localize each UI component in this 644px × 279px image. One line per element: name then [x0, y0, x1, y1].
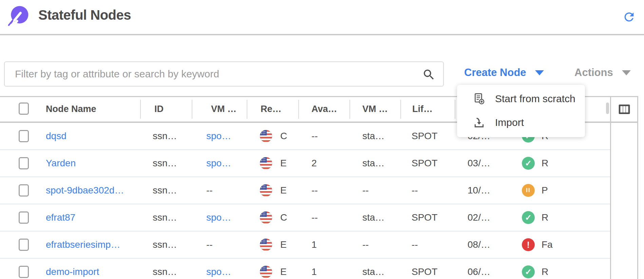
column-picker-button[interactable] — [611, 97, 637, 122]
region-label: E — [280, 266, 287, 277]
us-flag-icon — [260, 157, 272, 169]
lifecycle-label: -- — [412, 239, 418, 250]
column-header-availability[interactable]: Ava… — [311, 104, 337, 114]
table-row: efratbseriesimp… ssn… -- E 1 -- -- 08/… … — [0, 231, 610, 259]
vm-size: sta… — [362, 266, 384, 277]
availability-zone: 1 — [311, 239, 317, 250]
lifecycle-label: SPOT — [412, 131, 437, 142]
region-label: C — [280, 131, 287, 142]
status-label: R — [542, 212, 548, 223]
vm-link[interactable]: spo… — [206, 266, 231, 277]
row-checkbox[interactable] — [19, 184, 29, 197]
status-icon: II — [522, 184, 535, 197]
column-header-id[interactable]: ID — [154, 104, 164, 114]
spot-logo-icon — [7, 5, 29, 26]
column-header-vm2[interactable]: VM … — [362, 104, 388, 114]
columns-icon — [617, 102, 631, 116]
column-divider — [247, 100, 247, 119]
status-icon: ✓ — [522, 265, 535, 278]
create-node-menu: Start from scratch Import — [457, 85, 585, 137]
refresh-button[interactable] — [622, 10, 636, 24]
import-icon — [473, 116, 486, 129]
vm-link[interactable]: spo… — [206, 158, 231, 169]
column-divider — [140, 100, 141, 119]
created-date: 03/… — [468, 158, 490, 169]
region-label: E — [280, 239, 287, 250]
node-id: ssn… — [153, 239, 177, 250]
column-divider — [455, 100, 455, 119]
us-flag-icon — [260, 130, 272, 142]
status-label: R — [542, 266, 548, 277]
column-header-vm[interactable]: VM … — [211, 104, 236, 114]
availability-zone: -- — [311, 185, 318, 196]
table-body: dqsd ssn… spo… C -- sta… SPOT 02/… ✓ R Y… — [0, 123, 610, 279]
select-all-checkbox[interactable] — [19, 103, 29, 115]
table-row: demo-import ssn… spo… E 1 sta… SPOT 06/…… — [0, 259, 610, 279]
chevron-down-icon — [622, 70, 631, 75]
menu-item-import[interactable]: Import — [457, 111, 585, 134]
availability-zone: -- — [311, 131, 318, 142]
node-name-link[interactable]: dqsd — [46, 131, 67, 142]
scrollbar-thumb[interactable] — [606, 103, 609, 114]
lifecycle-label: SPOT — [412, 266, 437, 277]
row-checkbox[interactable] — [19, 157, 29, 169]
row-checkbox[interactable] — [19, 266, 29, 278]
chevron-down-icon — [535, 70, 544, 75]
vm-size: sta… — [362, 212, 384, 223]
header-divider — [0, 34, 644, 35]
created-date: 08/… — [468, 239, 490, 250]
filter-input[interactable] — [5, 62, 443, 86]
row-checkbox[interactable] — [19, 239, 29, 251]
node-name-link[interactable]: spot-9dbae302d… — [46, 185, 124, 196]
page-title: Stateful Nodes — [38, 7, 131, 23]
node-name-link[interactable]: Yarden — [46, 158, 76, 169]
status-label: P — [542, 185, 548, 196]
actions-button[interactable]: Actions — [574, 67, 631, 79]
column-divider — [192, 100, 192, 119]
status-icon: ! — [522, 238, 535, 251]
status-icon: ✓ — [522, 211, 535, 224]
column-header-node-name[interactable]: Node Name — [46, 104, 96, 114]
node-id: ssn… — [153, 131, 177, 142]
vm-size: sta… — [362, 158, 384, 169]
status-label: Fa — [542, 239, 553, 250]
node-name-link[interactable]: efrat87 — [46, 212, 75, 223]
us-flag-icon — [260, 239, 272, 251]
region-label: E — [280, 185, 287, 196]
row-checkbox[interactable] — [19, 211, 29, 224]
node-name-link[interactable]: demo-import — [46, 266, 99, 277]
status-icon: ✓ — [522, 157, 535, 170]
created-date: 06/… — [468, 266, 490, 277]
availability-zone: 1 — [311, 266, 317, 277]
table-right-border — [610, 96, 611, 279]
vm-link[interactable]: spo… — [206, 131, 231, 142]
node-id: ssn… — [153, 212, 177, 223]
column-divider — [298, 100, 299, 119]
vm-link: -- — [206, 185, 213, 196]
create-node-label: Create Node — [464, 67, 526, 79]
create-node-button[interactable]: Create Node — [464, 67, 544, 79]
actions-label: Actions — [574, 67, 613, 79]
column-header-region[interactable]: Re… — [261, 104, 282, 114]
node-id: ssn… — [153, 158, 177, 169]
us-flag-icon — [260, 266, 272, 278]
stateful-nodes-page: Stateful Nodes Create Node Actions Node … — [0, 0, 644, 279]
availability-zone: 2 — [311, 158, 317, 169]
vm-link[interactable]: spo… — [206, 212, 231, 223]
created-date: 10/… — [468, 185, 490, 196]
vm-link: -- — [206, 239, 213, 250]
lifecycle-label: SPOT — [412, 158, 437, 169]
menu-item-start-from-scratch[interactable]: Start from scratch — [457, 87, 585, 111]
column-header-lifecycle[interactable]: Lif… — [412, 104, 433, 114]
created-date: 02/… — [468, 212, 490, 223]
table-row: efrat87 ssn… spo… C -- sta… SPOT 02/… ✓ … — [0, 204, 610, 231]
us-flag-icon — [260, 184, 272, 197]
node-id: ssn… — [153, 266, 177, 277]
node-id: ssn… — [153, 185, 177, 196]
node-name-link[interactable]: efratbseriesimp… — [46, 239, 120, 250]
vm-size: -- — [362, 239, 369, 250]
menu-item-label: Import — [495, 117, 524, 128]
row-checkbox[interactable] — [19, 130, 29, 142]
refresh-icon — [622, 10, 636, 24]
vm-size: sta… — [362, 131, 384, 142]
